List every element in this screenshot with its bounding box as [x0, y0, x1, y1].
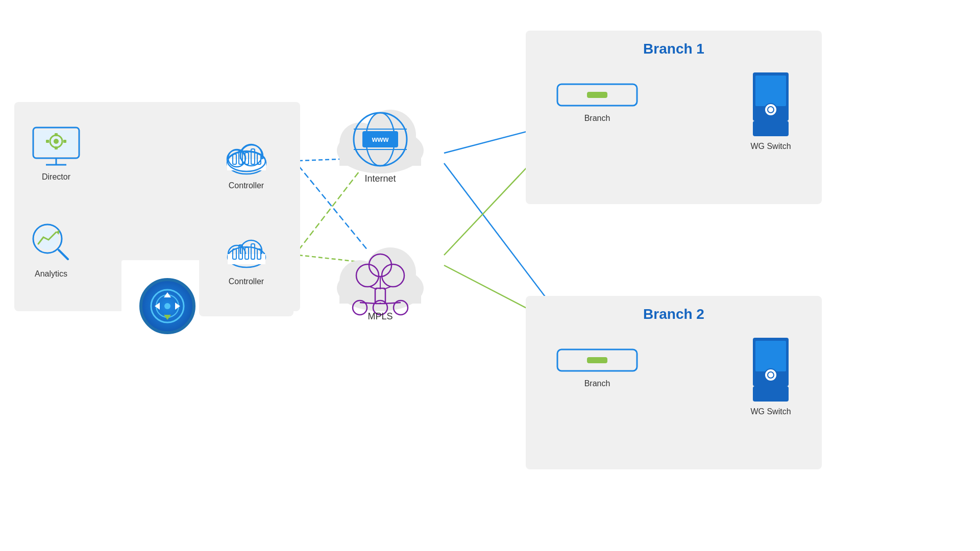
branch2-title: Branch 2 [643, 306, 704, 322]
director-label: Director [42, 172, 70, 182]
analytics-label: Analytics [35, 269, 67, 279]
branch1-title: Branch 1 [643, 41, 704, 57]
svg-line-38 [59, 250, 68, 259]
controllers-panel: Controller Controller [199, 105, 293, 316]
svg-point-28 [54, 139, 59, 144]
diagram-container: Director Analytics [0, 0, 980, 551]
svg-rect-29 [55, 133, 58, 136]
branch2-container: Branch 2 Branch WG Switch [526, 296, 822, 469]
branch2-switch-label: WG Switch [750, 407, 791, 416]
controller1-icon [224, 135, 270, 178]
svg-marker-20 [155, 303, 160, 310]
svg-rect-93 [753, 121, 789, 136]
svg-point-98 [765, 369, 777, 381]
svg-text:www: www [372, 135, 389, 143]
svg-rect-100 [753, 386, 789, 402]
svg-rect-31 [46, 140, 49, 143]
internet-area: www Internet [329, 94, 431, 184]
branch1-switch-label: WG Switch [750, 142, 791, 151]
hub-icon [139, 278, 195, 334]
controller1-item: Controller [224, 135, 270, 190]
controller2-label: Controller [229, 277, 264, 286]
branch2-switch-area: WG Switch [748, 337, 794, 416]
svg-rect-88 [587, 92, 607, 98]
svg-rect-32 [63, 140, 66, 143]
branch2-device-area: Branch [556, 344, 638, 388]
svg-rect-97 [755, 341, 786, 371]
internet-label: Internet [364, 173, 396, 184]
branch1-device-area: Branch [556, 79, 638, 123]
director-area: Director [31, 125, 82, 182]
analytics-icon [28, 219, 74, 265]
analytics-area: Analytics [28, 219, 74, 279]
mpls-label: MPLS [368, 311, 393, 322]
branch1-switch-area: WG Switch [748, 71, 794, 151]
svg-rect-90 [755, 76, 786, 106]
controller2-icon [224, 231, 270, 274]
svg-rect-95 [587, 357, 607, 363]
svg-point-91 [765, 104, 777, 116]
controller1-label: Controller [229, 181, 264, 190]
controller2-item: Controller [224, 231, 270, 286]
branch2-device-label: Branch [584, 379, 610, 388]
mpls-area: MPLS [329, 232, 431, 322]
branch1-device-label: Branch [584, 114, 610, 123]
branch1-container: Branch 1 Branch WG Switch [526, 31, 822, 204]
svg-marker-21 [175, 303, 180, 310]
director-icon [31, 125, 82, 168]
svg-point-24 [164, 303, 170, 309]
svg-rect-30 [55, 146, 58, 149]
